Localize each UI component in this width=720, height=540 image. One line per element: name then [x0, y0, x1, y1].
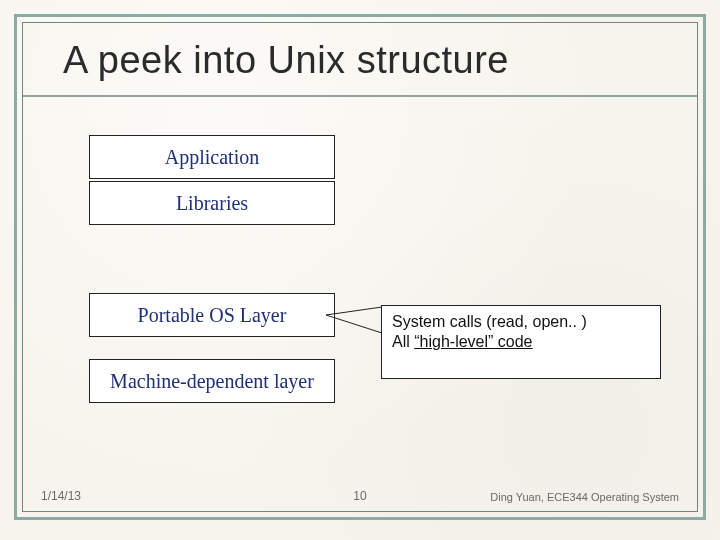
- footer-date: 1/14/13: [41, 489, 81, 503]
- box-portable-os-label: Portable OS Layer: [138, 304, 287, 327]
- box-application-label: Application: [165, 146, 259, 169]
- callout-line2-prefix: All: [392, 333, 414, 350]
- footer-page-number: 10: [353, 489, 366, 503]
- slide-footer: 1/14/13 10 Ding Yuan, ECE344 Operating S…: [23, 483, 697, 503]
- slide-inner-border: A peek into Unix structure Application L…: [22, 22, 698, 512]
- footer-credit: Ding Yuan, ECE344 Operating System: [490, 491, 679, 503]
- box-libraries-label: Libraries: [176, 192, 248, 215]
- title-underline: [23, 95, 697, 97]
- box-machine-dependent-label: Machine-dependent layer: [110, 370, 314, 393]
- box-libraries: Libraries: [89, 181, 335, 225]
- callout-line2-quoted: “high-level” code: [414, 333, 532, 350]
- callout-line1: System calls (read, open.. ): [392, 312, 650, 332]
- slide-outer-border: A peek into Unix structure Application L…: [14, 14, 706, 520]
- slide-title: A peek into Unix structure: [63, 39, 509, 82]
- callout-box: System calls (read, open.. ) All “high-l…: [381, 305, 661, 379]
- callout-line2: All “high-level” code: [392, 332, 650, 352]
- box-machine-dependent-layer: Machine-dependent layer: [89, 359, 335, 403]
- box-application: Application: [89, 135, 335, 179]
- box-portable-os-layer: Portable OS Layer: [89, 293, 335, 337]
